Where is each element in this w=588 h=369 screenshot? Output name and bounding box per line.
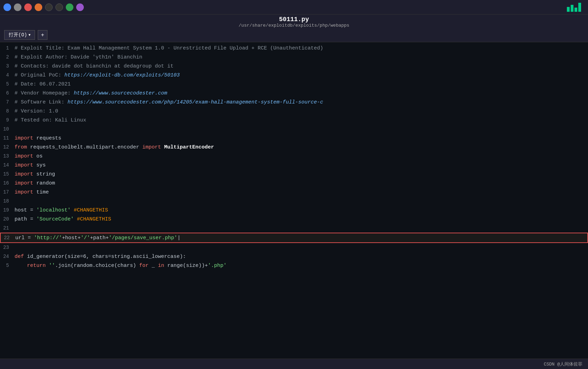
line-content-9: # Tested on: Kali Linux — [12, 116, 588, 125]
line-content-5: # Date: 06.07.2021 — [12, 80, 588, 89]
line-content-20: path = 'SourceCode' #CHANGETHIS — [12, 215, 588, 224]
dropdown-arrow-icon: ▼ — [28, 33, 30, 37]
code-line-8: 8 # Version: 1.0 — [0, 107, 588, 116]
line-num-24: 24 — [0, 252, 12, 261]
bar1 — [567, 7, 570, 12]
line-content-7: # Software Link: https://www.sourcecodes… — [12, 98, 588, 107]
line-num-18: 18 — [0, 197, 12, 206]
line-num-13: 13 — [0, 152, 12, 161]
line-num-7: 7 — [0, 98, 12, 107]
line-content-12: from requests_toolbelt.multipart.encoder… — [12, 143, 588, 152]
line-content-3: # Contacts: davide dot bianchin at dedag… — [12, 62, 588, 71]
code-line-20: 20 path = 'SourceCode' #CHANGETHIS — [0, 215, 588, 224]
code-line-22: 22 url = 'http://'+host+'/'+path+'/pages… — [0, 233, 588, 243]
code-line-19: 19 host = 'localhost' #CHANGETHIS — [0, 206, 588, 215]
line-content-14: import sys — [12, 161, 588, 170]
code-line-7: 7 # Software Link: https://www.sourcecod… — [0, 98, 588, 107]
code-line-3: 3 # Contacts: davide dot bianchin at ded… — [0, 62, 588, 71]
circle-purple — [76, 3, 84, 11]
signal-bars — [567, 3, 581, 12]
code-line-16: 16 import random — [0, 179, 588, 188]
line-num-20: 20 — [0, 215, 12, 224]
line-content-15: import string — [12, 170, 588, 179]
line-num-8: 8 — [0, 107, 12, 116]
line-num-17: 17 — [0, 188, 12, 197]
line-num-25: 5 — [0, 261, 12, 270]
line-num-5: 5 — [0, 80, 12, 89]
circle-orange — [35, 3, 42, 11]
line-num-11: 11 — [0, 134, 12, 143]
top-browser-bar — [0, 0, 588, 15]
code-line-21: 21 — [0, 224, 588, 233]
line-content-17: import time — [12, 188, 588, 197]
toolbar: 打开(O) ▼ + — [0, 28, 588, 42]
line-num-14: 14 — [0, 161, 12, 170]
line-content-13: import os — [12, 152, 588, 161]
code-line-4: 4 # Original PoC: https://exploit-db.com… — [0, 71, 588, 80]
code-line-6: 6 # Vendor Homepage: https://www.sourcec… — [0, 89, 588, 98]
line-content-4: # Original PoC: https://exploit-db.com/e… — [12, 71, 588, 80]
circle-blue — [3, 3, 11, 11]
line-num-19: 19 — [0, 206, 12, 215]
code-line-2: 2 # Exploit Author: Davide 'yth1n' Bianc… — [0, 53, 588, 62]
line-num-23: 23 — [0, 243, 12, 252]
line-content-10 — [12, 125, 588, 134]
line-num-2: 2 — [0, 53, 12, 62]
line-num-1: 1 — [0, 44, 12, 53]
line-content-2: # Exploit Author: Davide 'yth1n' Bianchi… — [12, 53, 588, 62]
code-line-1: 1 # Exploit Title: Exam Hall Management … — [0, 44, 588, 53]
line-content-25: return ''.join(random.choice(chars) for … — [12, 261, 588, 270]
code-line-18: 18 — [0, 197, 588, 206]
line-num-21: 21 — [0, 224, 12, 233]
new-file-button[interactable]: + — [38, 30, 47, 40]
bar4 — [578, 3, 581, 12]
bar3 — [574, 8, 577, 12]
code-line-13: 13 import os — [0, 152, 588, 161]
line-content-8: # Version: 1.0 — [12, 107, 588, 116]
line-num-22: 22 — [1, 233, 13, 242]
code-line-5: 5 # Date: 06.07.2021 — [0, 80, 588, 89]
code-line-12: 12 from requests_toolbelt.multipart.enco… — [0, 143, 588, 152]
code-line-9: 9 # Tested on: Kali Linux — [0, 116, 588, 125]
line-content-19: host = 'localhost' #CHANGETHIS — [12, 206, 588, 215]
line-content-21 — [12, 224, 588, 233]
credit-text: CSDN @人间体佐菲 — [544, 361, 582, 367]
line-content-18 — [12, 197, 588, 206]
code-line-25: 5 return ''.join(random.choice(chars) fo… — [0, 261, 588, 270]
line-content-6: # Vendor Homepage: https://www.sourcecod… — [12, 89, 588, 98]
line-num-10: 10 — [0, 125, 12, 134]
line-num-15: 15 — [0, 170, 12, 179]
circle-dark1 — [45, 3, 53, 11]
line-content-23 — [12, 243, 588, 252]
bar2 — [571, 5, 573, 12]
open-button-label: 打开(O) — [9, 32, 27, 38]
line-content-24: def id_generator(size=6, chars=string.as… — [12, 252, 588, 261]
line-content-22: url = 'http://'+host+'/'+path+'/pages/sa… — [13, 233, 587, 242]
code-line-10: 10 — [0, 125, 588, 134]
filename: 50111.py — [0, 16, 588, 23]
code-content: 1 # Exploit Title: Exam Hall Management … — [0, 42, 588, 271]
open-button[interactable]: 打开(O) ▼ — [4, 30, 35, 40]
line-content-1: # Exploit Title: Exam Hall Management Sy… — [12, 44, 588, 53]
circle-green — [66, 3, 73, 11]
line-content-16: import random — [12, 179, 588, 188]
line-content-11: import requests — [12, 134, 588, 143]
line-num-9: 9 — [0, 116, 12, 125]
code-line-14: 14 import sys — [0, 161, 588, 170]
line-num-3: 3 — [0, 62, 12, 71]
line-num-4: 4 — [0, 71, 12, 80]
code-line-11: 11 import requests — [0, 134, 588, 143]
circle-gray — [14, 3, 21, 11]
code-line-15: 15 import string — [0, 170, 588, 179]
new-file-icon: + — [41, 32, 44, 38]
code-line-17: 17 import time — [0, 188, 588, 197]
circle-dark2 — [55, 3, 63, 11]
code-editor: 1 # Exploit Title: Exam Hall Management … — [0, 42, 588, 359]
line-num-12: 12 — [0, 143, 12, 152]
line-num-6: 6 — [0, 89, 12, 98]
main-container: 50111.py /usr/share/exploitdb/exploits/p… — [0, 0, 588, 369]
bottom-bar: CSDN @人间体佐菲 — [0, 359, 588, 369]
code-line-24: 24 def id_generator(size=6, chars=string… — [0, 252, 588, 261]
circle-red — [24, 3, 32, 11]
title-bar: 50111.py /usr/share/exploitdb/exploits/p… — [0, 15, 588, 28]
